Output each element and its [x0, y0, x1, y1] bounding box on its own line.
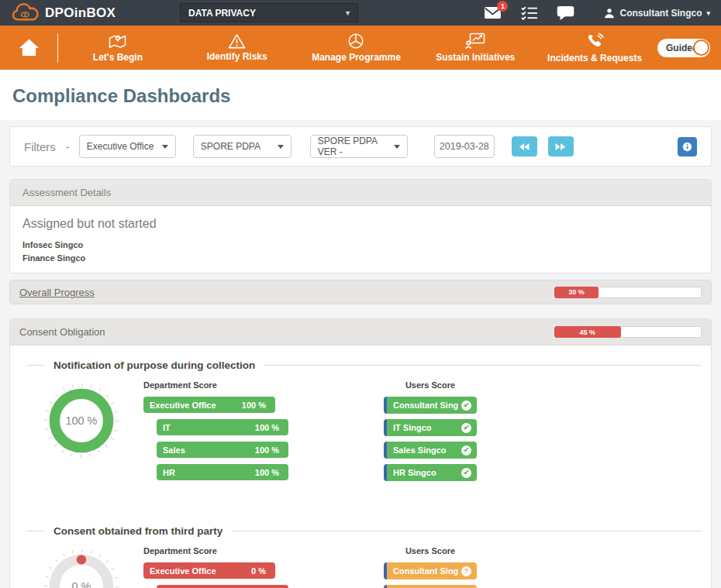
section-title: Consent obtained from third party	[53, 525, 223, 537]
topbar-right: 1	[484, 5, 710, 21]
consent-progress-bar: 45 %	[554, 326, 702, 338]
presentation-icon	[465, 33, 485, 50]
user-score-pill[interactable]: IT Singco ✔	[384, 419, 477, 436]
divider	[27, 365, 44, 366]
tasks-button[interactable]	[520, 5, 538, 20]
user-score-pill[interactable]: Consultant Sing ✔	[384, 397, 477, 414]
donut-label: 100 %	[66, 414, 98, 427]
donut-100pct: 100 %	[43, 382, 120, 459]
check-circle-icon: ✔	[461, 468, 471, 478]
assessment-status: Assigned but not started	[22, 217, 699, 231]
user-score-pill[interactable]: Consultant Sing ?	[384, 562, 477, 579]
department-score-bar: HR 100 %	[157, 464, 288, 480]
check-circle-icon: ✔	[461, 445, 471, 456]
users-score-heading: Users Score	[384, 380, 477, 390]
consent-obligation-body: Notification of purpose during collectio…	[10, 346, 711, 588]
caret-down-icon	[162, 145, 168, 149]
info-button[interactable]	[678, 137, 697, 156]
department-score-bar: IT 100 %	[157, 419, 288, 435]
donut-label: 0 %	[72, 580, 91, 588]
section-header: Consent obtained from third party	[19, 525, 702, 537]
department-score-bar: Executive Office 0 %	[143, 562, 275, 579]
next-period-button[interactable]	[548, 136, 574, 156]
pending-user: Finance Singco	[22, 252, 699, 265]
tasks-icon	[520, 5, 538, 20]
page-title: Compliance Dashboards	[0, 70, 721, 120]
department-score-bar: Sales 100 %	[157, 442, 288, 458]
date-input[interactable]	[434, 135, 495, 158]
users-score-column: Users Score Consultant Sing ✔ IT Singco …	[384, 380, 477, 487]
question-circle-icon: ?	[461, 566, 471, 576]
assessment-details-body: Assigned but not started Infosec Singco …	[10, 206, 711, 273]
nav-lets-begin[interactable]: Let's Begin	[58, 33, 178, 63]
mail-button[interactable]: 1	[484, 6, 502, 19]
department-score-column: Department Score Executive Office 0 %	[143, 546, 302, 588]
module-select-value: DATA PRIVACY	[188, 8, 256, 19]
department-score-bar: Executive Office 100 %	[143, 397, 275, 413]
chat-icon	[557, 5, 574, 21]
divider	[27, 531, 44, 531]
assessment-details-header: Assessment Details	[10, 180, 711, 206]
warning-icon	[228, 33, 246, 49]
overall-progress-row: Overall Progress 30 %	[9, 280, 712, 304]
nav-home[interactable]	[0, 38, 57, 57]
divider	[264, 365, 702, 366]
nav-incidents-requests[interactable]: Incidents & Requests	[535, 33, 654, 64]
guided-toggle[interactable]: Guided	[657, 39, 710, 57]
rewind-icon	[518, 143, 530, 151]
caret-down-icon: ▾	[346, 9, 350, 17]
section-consent-third-party: Consent obtained from third party 0 %	[19, 525, 702, 588]
department-score-column: Department Score Executive Office 100 % …	[143, 380, 302, 487]
consent-obligation-label: Consent Obligation	[19, 326, 105, 338]
user-icon	[604, 8, 615, 19]
department-score-heading: Department Score	[143, 380, 302, 390]
nav-sustain-initiatives[interactable]: Sustain Initiatives	[416, 33, 535, 63]
main-content: Filters- Executive Office SPORE PDPA SPO…	[0, 120, 721, 588]
overall-progress-bar: 30 %	[554, 287, 702, 298]
version-select[interactable]: SPORE PDPA VER -	[310, 135, 408, 158]
section-notification-of-purpose: Notification of purpose during collectio…	[19, 359, 702, 487]
section-title: Notification of purpose during collectio…	[53, 359, 255, 371]
caret-down-icon	[278, 145, 284, 149]
consent-progress-fill: 45 %	[554, 326, 621, 338]
donut-chart: 100 %	[19, 380, 143, 487]
overall-progress-link[interactable]: Overall Progress	[19, 287, 95, 298]
section-content: 0 % Department Score Executive Office 0 …	[19, 546, 702, 588]
phone-icon	[586, 33, 604, 50]
nav-label: Let's Begin	[93, 52, 143, 63]
section-content: 100 % Department Score Executive Office …	[19, 380, 702, 487]
mail-badge: 1	[497, 1, 508, 12]
toggle-knob	[693, 40, 709, 56]
donut-marker	[77, 555, 87, 565]
user-score-pill[interactable]: Sales Singco ✔	[384, 442, 477, 459]
nav-identify-risks[interactable]: Identify Risks	[178, 33, 297, 62]
user-score-pill[interactable]	[384, 585, 477, 588]
donut-chart: 0 %	[19, 546, 143, 588]
home-icon	[19, 38, 40, 57]
check-circle-icon: ✔	[461, 423, 471, 433]
assessment-details-card: Assessment Details Assigned but not star…	[9, 179, 712, 273]
department-score-bar	[157, 585, 288, 588]
overall-progress-value: 30 %	[568, 288, 585, 296]
department-score-heading: Department Score	[143, 546, 302, 555]
brand-name: DPOinBOX	[45, 5, 116, 21]
filters-label: Filters-	[24, 140, 70, 153]
chat-button[interactable]	[557, 5, 574, 21]
info-icon	[682, 141, 692, 153]
nav-manage-programme[interactable]: Manage Programme	[297, 33, 416, 63]
nav-label: Identify Risks	[207, 51, 267, 62]
brand[interactable]: DPOinBOX	[11, 3, 157, 23]
department-select[interactable]: Executive Office	[79, 135, 176, 158]
map-icon	[109, 33, 126, 50]
module-select[interactable]: DATA PRIVACY ▾	[180, 3, 358, 22]
dpoinbox-logo-icon	[11, 3, 40, 23]
donut-0pct: 0 %	[43, 548, 120, 588]
pending-users: Infosec Singco Finance Singco	[22, 239, 699, 265]
consent-progress-value: 45 %	[579, 328, 595, 336]
prev-period-button[interactable]	[512, 136, 537, 156]
user-menu-label: Consultant Singco	[619, 8, 702, 19]
user-score-pill[interactable]: HR Singco ✔	[384, 464, 477, 481]
fast-forward-icon	[554, 143, 567, 151]
regulation-select[interactable]: SPORE PDPA	[193, 135, 292, 158]
user-menu[interactable]: Consultant Singco ▾	[604, 8, 710, 19]
